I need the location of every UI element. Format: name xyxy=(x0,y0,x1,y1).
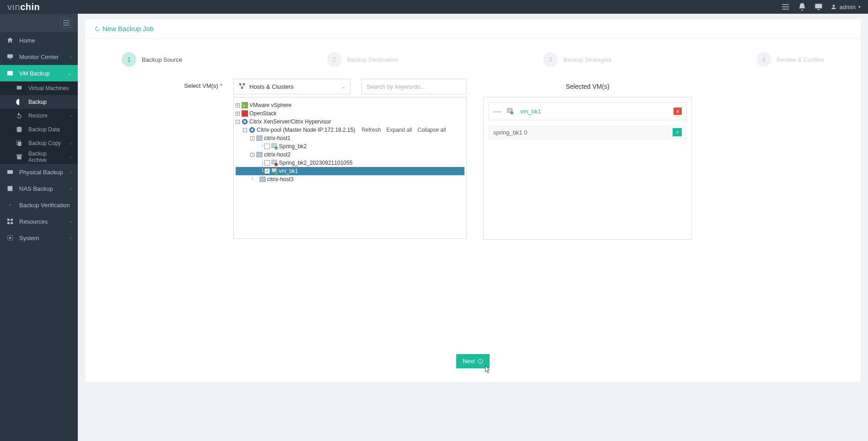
svg-rect-30 xyxy=(259,177,265,182)
resources-icon xyxy=(6,218,14,225)
chevron-left-icon: ‹ xyxy=(70,141,71,146)
sidebar-item-virtual-machines[interactable]: Virtual Machines xyxy=(0,81,78,95)
sidebar-item-restore[interactable]: Restore ‹ xyxy=(0,109,78,123)
tree-node-openstack[interactable]: + OpenStack xyxy=(236,109,464,118)
collapse-icon[interactable]: - xyxy=(243,128,247,132)
arrow-right-icon xyxy=(478,359,483,364)
svg-rect-3 xyxy=(18,142,22,146)
chevron-left-icon: ‹ xyxy=(70,219,71,224)
tree-node-host2[interactable]: - citrix-host2 xyxy=(236,151,464,159)
svg-point-24 xyxy=(275,146,278,150)
checkbox[interactable] xyxy=(264,160,270,166)
tree-node-h1v1[interactable]: └ Spring_bk2 xyxy=(236,142,464,151)
citrix-icon xyxy=(242,118,248,125)
sidebar-sub-vmbackup: Virtual Machines Backup Restore ‹ Backup… xyxy=(0,81,78,164)
step-1[interactable]: 1 Backup Source xyxy=(122,52,182,67)
svg-rect-19 xyxy=(242,110,248,117)
selected-disk-row[interactable]: spring_bk1 0 ✓ xyxy=(488,125,687,140)
sidebar-item-physical-backup[interactable]: Physical Backup ‹ xyxy=(0,164,78,180)
expand-icon[interactable]: + xyxy=(236,103,240,108)
physical-icon xyxy=(6,168,14,176)
svg-rect-5 xyxy=(16,155,22,156)
search-input[interactable] xyxy=(361,79,467,94)
restore-icon xyxy=(16,112,23,119)
tasks-icon[interactable] xyxy=(781,2,790,11)
svg-rect-7 xyxy=(7,170,13,174)
tree-node-pool[interactable]: - Citrix-pool (Master Node IP:172.18.2.1… xyxy=(236,126,464,134)
wizard: 1 Backup Source 2 Backup Destination 3 B… xyxy=(85,38,861,345)
tree-node-h2v2[interactable]: └ vm_bk1 xyxy=(236,167,464,175)
host-icon xyxy=(259,176,266,183)
svg-rect-12 xyxy=(11,222,13,224)
host-icon xyxy=(256,135,263,141)
tree-expand-all[interactable]: Expand all xyxy=(386,127,412,133)
chevron-left-icon: ‹ xyxy=(70,155,71,160)
verify-icon xyxy=(6,201,14,209)
backup-icon xyxy=(16,98,23,106)
selected-panel: Selected VM(s) — vm_bk1 ✕ spring_bk1 0 ✓ xyxy=(483,79,692,240)
tree-node-host1[interactable]: - citrix-host1 xyxy=(236,134,464,142)
selected-vm-row[interactable]: — vm_bk1 ✕ xyxy=(488,102,687,120)
sidebar: Home Monitor Center ‹ VM Backup ⌄ Virtua… xyxy=(0,14,78,441)
svg-point-27 xyxy=(275,163,278,166)
svg-rect-8 xyxy=(8,186,13,191)
expand-icon[interactable]: + xyxy=(236,112,240,116)
logo: vınchin xyxy=(7,2,40,12)
svg-point-32 xyxy=(510,111,513,114)
sidebar-item-backup-data[interactable]: Backup Data xyxy=(0,123,78,136)
collapse-icon[interactable]: - xyxy=(236,120,240,124)
svg-rect-6 xyxy=(17,156,21,159)
hamburger-icon[interactable] xyxy=(60,18,72,28)
collapse-icon[interactable]: - xyxy=(250,136,254,140)
step-2[interactable]: 2 Backup Destination xyxy=(327,52,399,67)
step-4[interactable]: 4 Review & Confirm xyxy=(756,52,824,67)
chevron-left-icon: ‹ xyxy=(70,170,71,175)
checkbox-checked[interactable] xyxy=(264,168,270,174)
collapse-icon[interactable]: — xyxy=(493,109,501,113)
tree-refresh[interactable]: Refresh xyxy=(361,127,381,133)
tree-node-citrix[interactable]: - Citrix XenServer/Citrix Hypervisor xyxy=(236,118,464,126)
gear-icon xyxy=(6,234,14,242)
svg-rect-11 xyxy=(7,222,10,224)
svg-rect-0 xyxy=(7,71,13,75)
check-icon[interactable]: ✓ xyxy=(673,128,682,136)
tree-node-vmware[interactable]: + v VMware vSphere xyxy=(236,101,464,109)
tree-node-h2v1[interactable]: ├ Spring_bk2_20230921101055 xyxy=(236,159,464,167)
hosts-clusters-dropdown[interactable]: Hosts & Clusters ⌄ xyxy=(233,79,350,94)
archive-icon xyxy=(16,153,23,161)
svg-rect-22 xyxy=(257,136,262,141)
cursor-pointer-icon xyxy=(483,365,491,376)
sidebar-toggle-row xyxy=(0,14,78,32)
tree-collapse-all[interactable]: Collapse all xyxy=(418,127,446,133)
collapse-icon[interactable]: - xyxy=(250,153,254,157)
svg-rect-16 xyxy=(241,87,243,89)
citrix-icon xyxy=(249,127,255,133)
svg-rect-1 xyxy=(17,86,22,90)
svg-point-29 xyxy=(275,171,278,174)
step-3[interactable]: 3 Backup Strategies xyxy=(543,52,612,67)
sidebar-item-monitor[interactable]: Monitor Center ‹ xyxy=(0,48,78,65)
svg-rect-15 xyxy=(243,83,245,85)
sidebar-item-vmbackup[interactable]: VM Backup ⌄ xyxy=(0,65,78,81)
svg-point-33 xyxy=(478,359,483,364)
sidebar-item-backup-archive[interactable]: Backup Archive ‹ xyxy=(0,150,78,164)
refresh-icon xyxy=(94,26,101,32)
user-menu[interactable]: admin ▾ xyxy=(830,4,861,11)
bell-icon[interactable] xyxy=(798,2,807,11)
sidebar-item-system[interactable]: System ‹ xyxy=(0,230,78,246)
sidebar-item-home[interactable]: Home xyxy=(0,32,78,48)
sidebar-item-nas-backup[interactable]: NAS Backup ‹ xyxy=(0,180,78,197)
checkbox[interactable] xyxy=(264,144,270,149)
main-area: New Backup Job 1 Backup Source 2 Backup … xyxy=(78,14,868,441)
select-vm-label: Select VM(s)* xyxy=(103,79,222,240)
chevron-left-icon: ‹ xyxy=(70,113,71,118)
sidebar-item-backup[interactable]: Backup xyxy=(0,95,78,109)
vm-tree[interactable]: + v VMware vSphere + OpenStack - xyxy=(233,97,467,239)
tree-node-host3[interactable]: └ citrix-host3 xyxy=(236,175,464,183)
sidebar-item-backup-copy[interactable]: Backup Copy ‹ xyxy=(0,136,78,150)
svg-text:v: v xyxy=(243,103,245,108)
monitor-icon[interactable] xyxy=(814,2,823,11)
sidebar-item-resources[interactable]: Resources ‹ xyxy=(0,213,78,230)
remove-button[interactable]: ✕ xyxy=(674,108,682,115)
sidebar-item-backup-verification[interactable]: Backup Verification xyxy=(0,197,78,213)
